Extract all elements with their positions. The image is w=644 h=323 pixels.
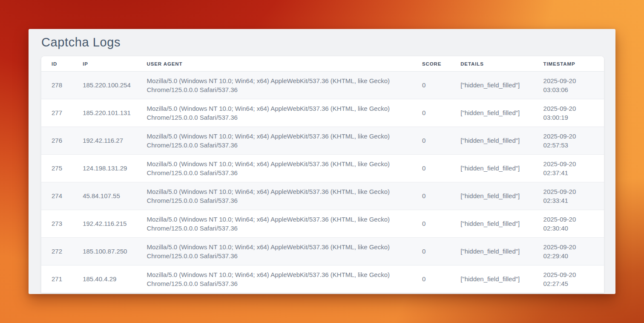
cell-user-agent: Mozilla/5.0 (Windows NT 10.0; Win64; x64…: [136, 155, 411, 182]
cell-timestamp: 2025-09-20 02:57:53: [533, 127, 604, 155]
cell-score: 0: [412, 210, 450, 238]
cell-score: 0: [412, 155, 450, 182]
table-body: 278 185.220.100.254 Mozilla/5.0 (Windows…: [41, 72, 604, 293]
cell-timestamp: 2025-09-20 02:27:45: [533, 265, 604, 293]
cell-user-agent: Mozilla/5.0 (Windows NT 10.0; Win64; x64…: [136, 72, 411, 99]
table-row: 271 185.40.4.29 Mozilla/5.0 (Windows NT …: [41, 265, 604, 293]
cell-ip: 124.198.131.29: [72, 155, 136, 182]
cell-ip: 192.42.116.215: [72, 210, 136, 238]
cell-id: 273: [41, 210, 72, 238]
column-header-id: ID: [41, 56, 72, 72]
captcha-logs-card: Captcha Logs ID IP USER AGENT SCORE: [29, 29, 615, 294]
column-header-score: SCORE: [412, 56, 450, 72]
cell-score: 0: [412, 265, 450, 293]
cell-id: 271: [41, 265, 72, 293]
cell-details: ["hidden_field_filled"]: [450, 72, 533, 99]
table-row: 272 185.100.87.250 Mozilla/5.0 (Windows …: [41, 238, 604, 265]
table-row: 274 45.84.107.55 Mozilla/5.0 (Windows NT…: [41, 182, 604, 210]
cell-ip: 45.84.107.55: [72, 182, 136, 210]
cell-score: 0: [412, 127, 450, 155]
column-header-timestamp: TIMESTAMP: [533, 56, 604, 72]
cell-id: 277: [41, 99, 72, 127]
cell-id: 275: [41, 155, 72, 182]
cell-id: 276: [41, 127, 72, 155]
cell-timestamp: 2025-09-20 02:30:40: [533, 210, 604, 238]
cell-score: 0: [412, 99, 450, 127]
table-row: 276 192.42.116.27 Mozilla/5.0 (Windows N…: [41, 127, 604, 155]
cell-ip: 185.40.4.29: [72, 265, 136, 293]
cell-details: ["hidden_field_filled"]: [450, 210, 533, 238]
header-row: ID IP USER AGENT SCORE DETAILS TIMESTAMP: [41, 56, 604, 72]
cell-details: ["hidden_field_filled"]: [450, 265, 533, 293]
page-title: Captcha Logs: [29, 29, 615, 56]
table-row: 273 192.42.116.215 Mozilla/5.0 (Windows …: [41, 210, 604, 238]
cell-details: ["hidden_field_filled"]: [450, 155, 533, 182]
column-header-user-agent: USER AGENT: [136, 56, 411, 72]
cell-id: 274: [41, 182, 72, 210]
cell-timestamp: 2025-09-20 02:29:40: [533, 238, 604, 265]
cell-user-agent: Mozilla/5.0 (Windows NT 10.0; Win64; x64…: [136, 210, 411, 238]
cell-details: ["hidden_field_filled"]: [450, 182, 533, 210]
cell-user-agent: Mozilla/5.0 (Windows NT 10.0; Win64; x64…: [136, 99, 411, 127]
cell-details: ["hidden_field_filled"]: [450, 127, 533, 155]
cell-user-agent: Mozilla/5.0 (Windows NT 10.0; Win64; x64…: [136, 265, 411, 293]
cell-timestamp: 2025-09-20 02:37:41: [533, 155, 604, 182]
cell-details: ["hidden_field_filled"]: [450, 99, 533, 127]
column-header-details: DETAILS: [450, 56, 533, 72]
cell-ip: 185.220.100.254: [72, 72, 136, 99]
cell-id: 278: [41, 72, 72, 99]
cell-user-agent: Mozilla/5.0 (Windows NT 10.0; Win64; x64…: [136, 182, 411, 210]
table-row: 277 185.220.101.131 Mozilla/5.0 (Windows…: [41, 99, 604, 127]
captcha-logs-table: ID IP USER AGENT SCORE DETAILS TIMESTAMP…: [41, 56, 604, 293]
cell-timestamp: 2025-09-20 02:33:41: [533, 182, 604, 210]
logs-table-container: ID IP USER AGENT SCORE DETAILS TIMESTAMP…: [41, 56, 604, 293]
cell-ip: 192.42.116.27: [72, 127, 136, 155]
cell-ip: 185.100.87.250: [72, 238, 136, 265]
cell-user-agent: Mozilla/5.0 (Windows NT 10.0; Win64; x64…: [136, 238, 411, 265]
cell-id: 272: [41, 238, 72, 265]
cell-score: 0: [412, 72, 450, 99]
cell-timestamp: 2025-09-20 03:00:19: [533, 99, 604, 127]
column-header-ip: IP: [72, 56, 136, 72]
cell-score: 0: [412, 238, 450, 265]
cell-timestamp: 2025-09-20 03:03:06: [533, 72, 604, 99]
desktop-background: Captcha Logs ID IP USER AGENT SCORE: [0, 0, 644, 323]
table-header: ID IP USER AGENT SCORE DETAILS TIMESTAMP: [41, 56, 604, 72]
cell-score: 0: [412, 182, 450, 210]
cell-user-agent: Mozilla/5.0 (Windows NT 10.0; Win64; x64…: [136, 127, 411, 155]
cell-ip: 185.220.101.131: [72, 99, 136, 127]
table-row: 275 124.198.131.29 Mozilla/5.0 (Windows …: [41, 155, 604, 182]
cell-details: ["hidden_field_filled"]: [450, 238, 533, 265]
table-row: 278 185.220.100.254 Mozilla/5.0 (Windows…: [41, 72, 604, 99]
